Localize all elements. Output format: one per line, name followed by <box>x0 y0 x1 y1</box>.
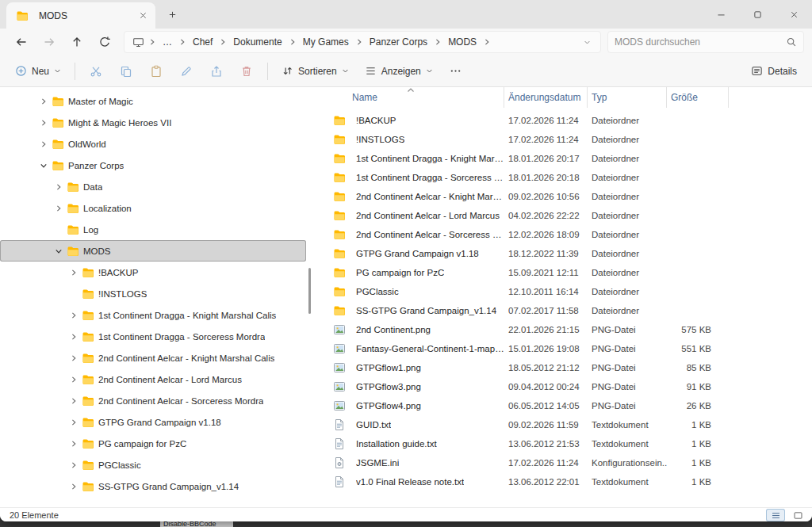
chevron-right-icon[interactable] <box>55 204 63 212</box>
file-row-2nd-continent-aelcar-lord-marcus[interactable]: 2nd Continent Aelcar - Lord Marcus04.02.… <box>317 206 812 225</box>
cut-button[interactable] <box>82 59 110 83</box>
file-row-installation-guide-txt[interactable]: Installation guide.txt13.06.2012 21:53Te… <box>317 434 812 453</box>
sidebar-item-might-magic-heroes-vii[interactable]: Might & Magic Heroes VII <box>0 112 306 133</box>
delete-button[interactable] <box>232 59 261 83</box>
search-icon[interactable] <box>786 36 797 48</box>
file-row-pg-campaign-for-pzc[interactable]: PG campaign for PzC15.09.2021 12:11Datei… <box>317 263 812 282</box>
file-row-2nd-continent-aelcar-sorceress-mordra[interactable]: 2nd Continent Aelcar - Sorceress Mordra1… <box>317 225 812 244</box>
new-tab-button[interactable] <box>162 4 182 25</box>
thumbnails-view-button[interactable] <box>788 509 807 521</box>
sidebar-item-gtpg-grand-campaign-v1-18[interactable]: GTPG Grand Campaign v1.18 <box>0 411 306 433</box>
file-row-backup[interactable]: !BACKUP17.02.2026 11:24Dateiordner <box>317 111 812 130</box>
chevron-right-icon[interactable] <box>70 354 79 362</box>
breadcrumb-chevron-icon[interactable] <box>288 38 297 46</box>
computer-icon[interactable] <box>129 36 147 48</box>
breadcrumb-overflow[interactable]: … <box>157 34 178 50</box>
file-row-gtpgflow1-png[interactable]: GTPGflow1.png18.05.2012 21:12PNG-Datei85… <box>317 358 812 377</box>
column-header-date[interactable]: Änderungsdatum <box>504 87 588 108</box>
sidebar-item-1st-continent-dragga-knight-marshal-calis[interactable]: 1st Continent Dragga - Knight Marshal Ca… <box>0 304 306 326</box>
title-bar[interactable]: MODS <box>0 0 812 29</box>
file-row-gtpgflow3-png[interactable]: GTPGflow3.png09.04.2012 00:24PNG-Datei91… <box>317 377 812 396</box>
up-button[interactable] <box>63 31 90 53</box>
chevron-right-icon[interactable] <box>70 311 79 319</box>
chevron-right-icon[interactable] <box>70 397 79 405</box>
file-row-1st-continent-dragga-knight-marshal-c[interactable]: 1st Continent Dragga - Knight Marshal C.… <box>317 149 812 168</box>
chevron-right-icon[interactable] <box>40 97 48 105</box>
column-header-type[interactable]: Typ <box>588 87 667 108</box>
breadcrumb-item-dokumente[interactable]: Dokumente <box>228 34 287 50</box>
file-row-ss-gtpg-grand-campaign-v1-14[interactable]: SS-GTPG Grand Campaign_v1.1407.02.2017 1… <box>317 301 812 320</box>
sort-button[interactable]: Sortieren <box>274 59 356 83</box>
sidebar-item-data[interactable]: Data <box>0 176 306 197</box>
chevron-right-icon[interactable] <box>70 376 79 384</box>
breadcrumb-chevron-icon[interactable] <box>354 38 364 46</box>
sidebar-item-1st-continent-dragga-sorceress-mordra[interactable]: 1st Continent Dragga - Sorceress Mordra <box>0 326 306 347</box>
sidebar-item-mods[interactable]: MODS <box>0 240 306 262</box>
details-pane-button[interactable]: Details <box>744 59 804 83</box>
sidebar-item-pgclassic[interactable]: PGClassic <box>0 454 306 475</box>
file-row-pgclassic[interactable]: PGClassic12.10.2011 16:14Dateiordner <box>317 282 812 301</box>
sidebar-item-panzer-corps[interactable]: Panzer Corps <box>0 155 306 176</box>
sidebar-item-localization[interactable]: Localization <box>0 197 306 219</box>
new-button[interactable]: Neu <box>8 59 68 83</box>
chevron-down-icon[interactable] <box>55 247 63 255</box>
chevron-down-icon[interactable] <box>40 162 48 170</box>
breadcrumb[interactable]: …ChefDokumenteMy GamesPanzer CorpsMODS <box>124 31 601 53</box>
chevron-right-icon[interactable] <box>70 418 79 426</box>
view-button[interactable]: Anzeigen <box>358 59 440 83</box>
sidebar-item-2nd-continent-aelcar-lord-marcus[interactable]: 2nd Continent Aelcar - Lord Marcus <box>0 369 306 390</box>
address-dropdown-icon[interactable] <box>579 39 596 46</box>
paste-button[interactable] <box>142 59 170 83</box>
search-box[interactable] <box>607 31 804 53</box>
breadcrumb-item-chef[interactable]: Chef <box>187 34 218 50</box>
sidebar-item-master-of-magic[interactable]: Master of Magic <box>0 90 306 112</box>
chevron-right-icon[interactable] <box>70 461 79 469</box>
refresh-button[interactable] <box>91 31 117 53</box>
sidebar-item-instlogs[interactable]: !INSTLOGS <box>0 283 306 304</box>
chevron-right-icon[interactable] <box>70 333 79 341</box>
close-button[interactable] <box>776 0 812 29</box>
file-row-instlogs[interactable]: !INSTLOGS17.02.2026 11:24Dateiordner <box>317 130 812 149</box>
sidebar-item-ss-gtpg-grand-campaign-v1-14[interactable]: SS-GTPG Grand Campaign_v1.14 <box>0 475 306 497</box>
breadcrumb-item-panzer-corps[interactable]: Panzer Corps <box>364 34 433 50</box>
sidebar-item-oldworld[interactable]: OldWorld <box>0 133 306 155</box>
breadcrumb-item-mods[interactable]: MODS <box>442 34 482 50</box>
more-options-icon[interactable] <box>442 59 470 83</box>
breadcrumb-chevron-icon[interactable] <box>433 38 442 46</box>
search-input[interactable] <box>615 36 786 48</box>
chevron-right-icon[interactable] <box>40 119 48 127</box>
forward-button[interactable] <box>36 31 62 53</box>
file-row-2nd-continent-aelcar-knight-marshal-c[interactable]: 2nd Continent Aelcar - Knight Marshal C.… <box>317 187 812 206</box>
breadcrumb-chevron-icon[interactable] <box>482 38 492 46</box>
rename-button[interactable] <box>172 59 201 83</box>
chevron-right-icon[interactable] <box>70 269 79 277</box>
sidebar-item-2nd-continent-aelcar-sorceress-mordra[interactable]: 2nd Continent Aelcar - Sorceress Mordra <box>0 390 306 411</box>
file-row-fantasy-general-continent-1-map-png[interactable]: Fantasy-General-Continent-1-map.png15.01… <box>317 339 812 358</box>
file-row-gtpg-grand-campaign-v1-18[interactable]: GTPG Grand Campaign v1.1818.12.2022 11:3… <box>317 244 812 263</box>
file-row-v1-0-final-release-note-txt[interactable]: v1.0 Final Release note.txt13.06.2012 22… <box>317 472 812 491</box>
sidebar-item-pg-campaign-for-pzc[interactable]: PG campaign for PzC <box>0 433 306 454</box>
minimize-button[interactable] <box>703 0 739 29</box>
file-row-1st-continent-dragga-sorceress-mordra[interactable]: 1st Continent Dragga - Sorceress Mordra1… <box>317 168 812 187</box>
sidebar-item-backup[interactable]: !BACKUP <box>0 262 306 283</box>
explorer-tab[interactable]: MODS <box>6 2 155 29</box>
file-row-guid-txt[interactable]: GUID.txt09.02.2026 11:59Textdokument1 KB <box>317 415 812 434</box>
breadcrumb-item-my-games[interactable]: My Games <box>297 34 354 50</box>
sidebar-item-2nd-continent-aelcar-knight-marshal-calis[interactable]: 2nd Continent Aelcar - Knight Marshal Ca… <box>0 347 306 369</box>
column-header-name[interactable]: Name <box>317 87 504 108</box>
sidebar-item-log[interactable]: Log <box>0 219 306 240</box>
share-button[interactable] <box>202 59 231 83</box>
maximize-button[interactable] <box>739 0 776 29</box>
chevron-right-icon[interactable] <box>70 440 79 448</box>
column-header-size[interactable]: Größe <box>667 87 729 108</box>
tab-close-icon[interactable] <box>135 8 151 24</box>
chevron-right-icon[interactable] <box>55 183 63 191</box>
breadcrumb-chevron-icon[interactable] <box>178 38 187 46</box>
file-row-jsgme-ini[interactable]: JSGME.ini17.02.2026 11:24Konfigurationse… <box>317 453 812 472</box>
breadcrumb-chevron-icon[interactable] <box>147 38 157 46</box>
sidebar-scrollbar[interactable] <box>308 268 311 314</box>
details-view-button[interactable] <box>766 509 785 521</box>
chevron-right-icon[interactable] <box>70 483 79 491</box>
file-row-2nd-continent-png[interactable]: 2nd Continent.png22.01.2026 21:15PNG-Dat… <box>317 320 812 339</box>
chevron-right-icon[interactable] <box>40 140 48 148</box>
